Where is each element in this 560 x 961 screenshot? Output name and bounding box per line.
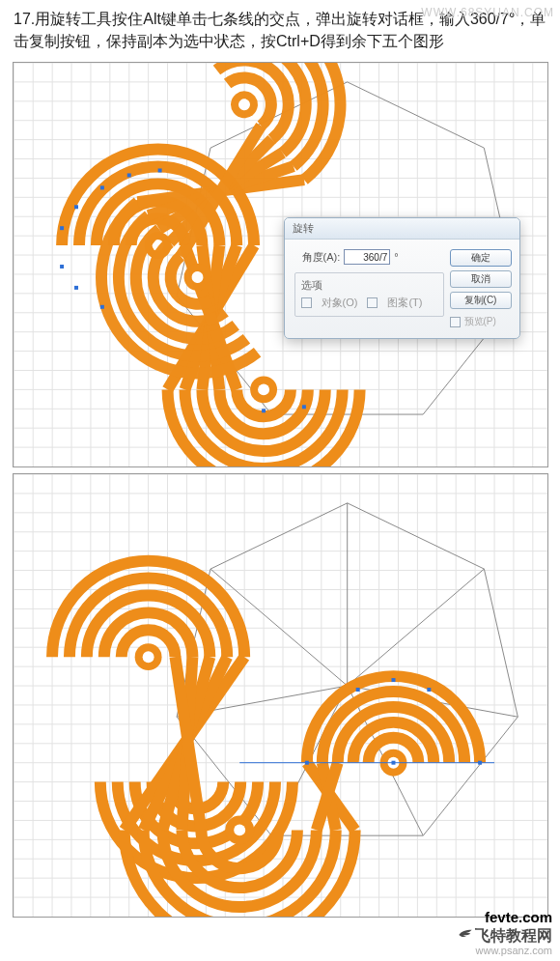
- rotate-dialog: 旋转 角度(A): ° 选项 对象(O) 图案(T): [284, 217, 520, 339]
- svg-rect-75: [99, 305, 103, 309]
- wing-icon: [458, 927, 473, 943]
- degree-symbol: °: [394, 251, 398, 263]
- checkbox-objects-label: 对象(O): [322, 296, 358, 310]
- svg-rect-72: [157, 169, 161, 173]
- svg-rect-155: [478, 761, 482, 765]
- preview-label: 预览(P): [464, 315, 496, 328]
- options-group-label: 选项: [301, 278, 437, 293]
- svg-rect-154: [391, 761, 395, 765]
- watermark-fevte: fevte.com: [458, 909, 552, 926]
- svg-line-131: [347, 569, 484, 686]
- svg-rect-76: [262, 410, 266, 413]
- ok-button[interactable]: 确定: [450, 249, 512, 267]
- svg-rect-157: [427, 688, 431, 692]
- checkbox-patterns[interactable]: [367, 297, 378, 308]
- checkbox-patterns-label: 图案(T): [387, 296, 422, 310]
- svg-rect-158: [355, 688, 359, 692]
- watermark-cn: 飞特教程网: [458, 926, 552, 945]
- copy-button[interactable]: 复制(C): [450, 292, 512, 309]
- watermark-bottom: fevte.com 飞特教程网 www.psanz.com: [458, 909, 552, 957]
- cancel-button[interactable]: 取消: [450, 270, 512, 288]
- illustration-top: 旋转 角度(A): ° 选项 对象(O) 图案(T): [13, 62, 548, 467]
- step-number: 17.: [14, 11, 35, 27]
- watermark-top: WWW.68SYUAN.COM: [421, 6, 554, 19]
- svg-point-141: [234, 825, 245, 836]
- checkbox-preview[interactable]: [450, 317, 461, 327]
- angle-input[interactable]: [344, 249, 390, 265]
- svg-rect-156: [391, 678, 395, 682]
- svg-point-53: [258, 384, 269, 396]
- svg-rect-73: [60, 265, 64, 269]
- svg-point-139: [142, 652, 154, 664]
- dialog-titlebar[interactable]: 旋转: [285, 218, 519, 240]
- svg-rect-77: [301, 406, 305, 410]
- checkbox-objects[interactable]: [301, 297, 312, 308]
- angle-label: 角度(A):: [302, 250, 341, 265]
- svg-rect-71: [126, 174, 130, 178]
- options-group: 选项 对象(O) 图案(T): [294, 272, 444, 317]
- svg-rect-74: [74, 286, 78, 290]
- svg-rect-69: [74, 206, 78, 210]
- illustration-bottom: [13, 473, 548, 918]
- svg-rect-70: [99, 186, 103, 190]
- svg-rect-153: [304, 761, 308, 765]
- svg-rect-68: [60, 227, 64, 231]
- watermark-url: www.psanz.com: [458, 945, 552, 957]
